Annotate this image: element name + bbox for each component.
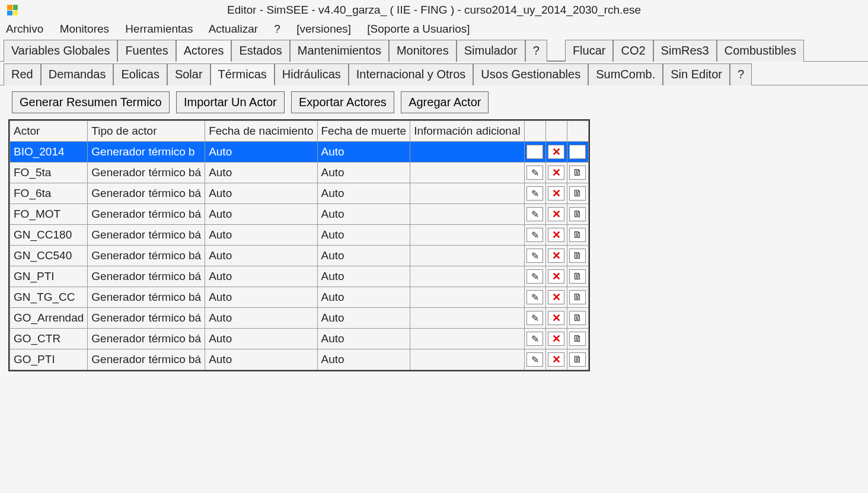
tab-help1[interactable]: ?: [525, 40, 547, 62]
tab-fuentes[interactable]: Fuentes: [117, 40, 175, 62]
copy-icon[interactable]: 🗎: [569, 311, 586, 325]
col-fecha-nacimiento[interactable]: Fecha de nacimiento: [205, 121, 317, 142]
menu-help[interactable]: ?: [274, 23, 280, 35]
tab-combustibles[interactable]: Combustibles: [717, 40, 804, 62]
copy-icon[interactable]: 🗎: [569, 166, 586, 180]
cell-tipo: Generador térmico bá: [88, 329, 205, 349]
table-row[interactable]: GO_ArrendadGenerador térmico báAutoAuto✎…: [10, 308, 589, 329]
delete-icon[interactable]: ✕: [548, 332, 564, 346]
tab-simres3[interactable]: SimRes3: [653, 40, 717, 62]
btn-generar-resumen[interactable]: Generar Resumen Termico: [12, 91, 170, 113]
menu-versiones[interactable]: [versiones]: [296, 23, 351, 35]
tab-flucar[interactable]: Flucar: [565, 40, 614, 62]
delete-icon[interactable]: ✕: [548, 311, 564, 325]
table-row[interactable]: BIO_2014Generador térmico bAutoAuto✎✕🗎: [10, 142, 589, 163]
table-row[interactable]: FO_MOTGenerador térmico báAutoAuto✎✕🗎: [10, 204, 589, 225]
menu-archivo[interactable]: Archivo: [6, 23, 43, 35]
subtab-help[interactable]: ?: [730, 63, 752, 85]
edit-icon[interactable]: ✎: [526, 290, 543, 304]
cell-fecha-muerte: Auto: [317, 266, 410, 287]
edit-icon[interactable]: ✎: [526, 332, 543, 346]
delete-icon[interactable]: ✕: [548, 269, 564, 284]
delete-icon[interactable]: ✕: [548, 207, 564, 221]
copy-icon[interactable]: 🗎: [569, 186, 586, 201]
tab-estados[interactable]: Estados: [231, 40, 289, 62]
col-fecha-muerte[interactable]: Fecha de muerte: [317, 121, 410, 142]
delete-icon[interactable]: ✕: [548, 145, 564, 159]
delete-icon[interactable]: ✕: [548, 290, 564, 304]
col-edit: [524, 121, 545, 142]
table-row[interactable]: FO_6taGenerador térmico báAutoAuto✎✕🗎: [10, 183, 589, 204]
delete-icon[interactable]: ✕: [548, 249, 564, 263]
cell-fecha-muerte: Auto: [317, 204, 410, 225]
tabs-main: Variables Globales Fuentes Actores Estad…: [0, 38, 868, 62]
menu-soporte[interactable]: [Soporte a Usuarios]: [367, 23, 470, 35]
subtab-sumcomb[interactable]: SumComb.: [588, 63, 663, 85]
copy-icon[interactable]: 🗎: [569, 249, 586, 263]
delete-icon[interactable]: ✕: [548, 228, 564, 242]
edit-icon[interactable]: ✎: [526, 145, 543, 159]
edit-icon[interactable]: ✎: [526, 186, 543, 201]
edit-icon[interactable]: ✎: [526, 311, 543, 325]
tab-variables-globales[interactable]: Variables Globales: [4, 40, 117, 62]
edit-icon[interactable]: ✎: [526, 249, 543, 263]
tab-monitores[interactable]: Monitores: [389, 40, 457, 62]
cell-actor: FO_MOT: [10, 204, 88, 225]
table-row[interactable]: GN_TG_CCGenerador térmico báAutoAuto✎✕🗎: [10, 287, 589, 308]
col-actor[interactable]: Actor: [10, 121, 88, 142]
copy-icon[interactable]: 🗎: [569, 269, 586, 284]
subtab-sin-editor[interactable]: Sin Editor: [663, 63, 730, 85]
cell-tipo: Generador térmico bá: [88, 287, 205, 308]
edit-icon[interactable]: ✎: [526, 269, 543, 284]
subtab-eolicas[interactable]: Eolicas: [113, 63, 167, 85]
menu-monitores[interactable]: Monitores: [60, 23, 109, 35]
subtab-demandas[interactable]: Demandas: [41, 63, 114, 85]
col-info-adicional[interactable]: Información adicional: [410, 121, 525, 142]
table-row[interactable]: GN_CC540Generador térmico báAutoAuto✎✕🗎: [10, 246, 589, 266]
edit-icon[interactable]: ✎: [526, 352, 543, 367]
subtab-hidraulicas[interactable]: Hidráulicas: [275, 63, 349, 85]
table-row[interactable]: GO_PTIGenerador térmico báAutoAuto✎✕🗎: [10, 349, 589, 370]
delete-icon[interactable]: ✕: [548, 352, 564, 367]
btn-exportar-actores[interactable]: Exportar Actores: [291, 91, 394, 113]
cell-info: [410, 246, 525, 266]
copy-icon[interactable]: 🗎: [569, 145, 586, 159]
copy-icon[interactable]: 🗎: [569, 332, 586, 346]
menu-actualizar[interactable]: Actualizar: [209, 23, 258, 35]
delete-icon[interactable]: ✕: [548, 186, 564, 201]
tab-co2[interactable]: CO2: [613, 40, 653, 62]
cell-fecha-muerte: Auto: [317, 225, 410, 246]
btn-agregar-actor[interactable]: Agregar Actor: [401, 91, 489, 113]
delete-icon[interactable]: ✕: [548, 166, 564, 180]
table-row[interactable]: FO_5taGenerador térmico báAutoAuto✎✕🗎: [10, 163, 589, 183]
copy-icon[interactable]: 🗎: [569, 352, 586, 367]
table-row[interactable]: GN_PTIGenerador térmico báAutoAuto✎✕🗎: [10, 266, 589, 287]
edit-icon[interactable]: ✎: [526, 166, 543, 180]
cell-tipo: Generador térmico bá: [88, 163, 205, 183]
table-row[interactable]: GO_CTRGenerador térmico báAutoAuto✎✕🗎: [10, 329, 589, 349]
table-row[interactable]: GN_CC180Generador térmico báAutoAuto✎✕🗎: [10, 225, 589, 246]
btn-importar-actor[interactable]: Importar Un Actor: [176, 91, 285, 113]
cell-fecha-nacimiento: Auto: [205, 183, 317, 204]
tab-actores[interactable]: Actores: [176, 40, 232, 62]
col-delete: [545, 121, 567, 142]
menu-herramientas[interactable]: Herramientas: [125, 23, 193, 35]
tab-mantenimientos[interactable]: Mantenimientos: [290, 40, 389, 62]
copy-icon[interactable]: 🗎: [569, 228, 586, 242]
edit-icon[interactable]: ✎: [526, 207, 543, 221]
subtab-red[interactable]: Red: [4, 63, 41, 85]
subtab-internacional[interactable]: Internacional y Otros: [349, 63, 474, 85]
subtab-usos[interactable]: Usos Gestionables: [473, 63, 588, 85]
edit-icon[interactable]: ✎: [526, 228, 543, 242]
cell-tipo: Generador térmico bá: [88, 349, 205, 370]
copy-icon[interactable]: 🗎: [569, 207, 586, 221]
subtab-termicas[interactable]: Térmicas: [210, 63, 275, 85]
cell-info: [410, 287, 525, 308]
tab-simulador[interactable]: Simulador: [457, 40, 525, 62]
subtab-solar[interactable]: Solar: [167, 63, 210, 85]
cell-fecha-nacimiento: Auto: [205, 287, 317, 308]
col-tipo[interactable]: Tipo de actor: [88, 121, 205, 142]
copy-icon[interactable]: 🗎: [569, 290, 586, 304]
menubar: Archivo Monitores Herramientas Actualiza…: [0, 20, 868, 38]
cell-actor: GN_CC540: [10, 246, 88, 266]
